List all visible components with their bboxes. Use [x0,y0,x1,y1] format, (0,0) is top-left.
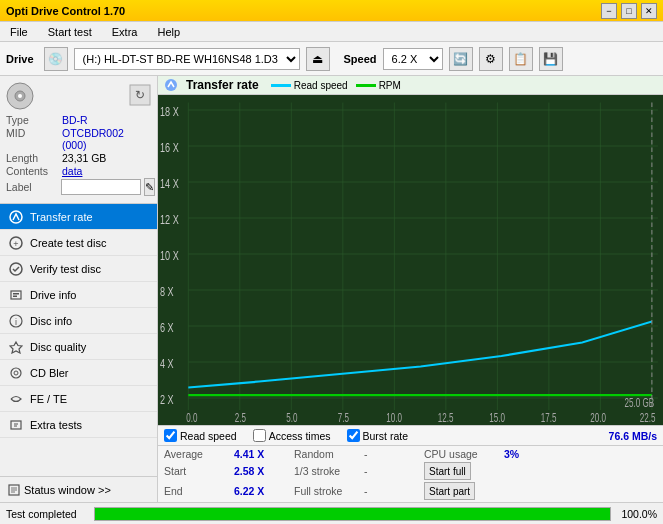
disc-header: ↻ [6,82,151,110]
nav-disc-info[interactable]: i Disc info [0,308,157,334]
svg-text:4 X: 4 X [160,356,174,370]
svg-rect-10 [13,293,19,295]
legend-read-color [271,84,291,87]
titlebar-controls: − □ ✕ [601,3,657,19]
refresh-disc-icon[interactable]: ↻ [129,84,151,106]
extra-tests-icon [8,417,24,433]
drive-label: Drive [6,53,34,65]
save-button[interactable]: 💾 [539,47,563,71]
svg-text:17.5: 17.5 [541,411,557,424]
start-part-button[interactable]: Start part [424,482,475,500]
full-stroke-label: Full stroke [294,485,364,497]
drive-select[interactable]: (H:) HL-DT-ST BD-RE WH16NS48 1.D3 [74,48,300,70]
start-value: 2.58 X [234,465,294,477]
close-button[interactable]: ✕ [641,3,657,19]
disc-label-row: Label ✎ [6,178,151,196]
menu-extra[interactable]: Extra [106,24,144,40]
svg-text:12 X: 12 X [160,212,179,226]
cpu-value: 3% [504,448,519,460]
svg-text:i: i [15,317,17,327]
nav-extra-tests[interactable]: Extra tests [0,412,157,438]
disc-properties: Type BD-R MID OTCBDR002 (000) Length 23,… [6,114,151,196]
verify-test-disc-icon [8,261,24,277]
progress-bar-fill [95,508,610,520]
nav-create-test-disc[interactable]: + Create test disc [0,230,157,256]
mid-key: MID [6,127,58,139]
svg-text:8 X: 8 X [160,284,174,298]
cpu-label: CPU usage [424,448,504,460]
mid-value: OTCBDR002 (000) [62,127,151,151]
sidebar: ↻ Type BD-R MID OTCBDR002 (000) Length 2… [0,76,158,502]
burst-rate-checkbox-label: Burst rate [363,430,409,442]
svg-text:0.0: 0.0 [186,411,197,424]
nav-transfer-rate[interactable]: Transfer rate [0,204,157,230]
menu-help[interactable]: Help [151,24,186,40]
progress-percent: 100.0% [619,508,657,520]
disc-icon [6,82,34,110]
status-window-button[interactable]: Status window >> [0,476,157,502]
svg-text:↻: ↻ [135,88,145,102]
chart-header: Transfer rate Read speed RPM [158,76,663,95]
svg-text:22.5: 22.5 [640,411,656,424]
svg-text:+: + [13,239,18,249]
random-label: Random [294,448,364,460]
start-full-button[interactable]: Start full [424,462,471,480]
maximize-button[interactable]: □ [621,3,637,19]
type-value: BD-R [62,114,88,126]
burst-rate-checkbox-item[interactable]: Burst rate [347,429,409,442]
svg-text:2 X: 2 X [160,392,174,406]
legend-read-label: Read speed [294,80,348,91]
end-value: 6.22 X [234,485,294,497]
nav-drive-info[interactable]: Drive info [0,282,157,308]
svg-text:7.5: 7.5 [338,411,349,424]
svg-text:12.5: 12.5 [438,411,454,424]
minimize-button[interactable]: − [601,3,617,19]
status-text: Test completed [6,508,86,520]
svg-text:6 X: 6 X [160,320,174,334]
cd-bler-icon [8,365,24,381]
eject-button[interactable]: ⏏ [306,47,330,71]
copy-button[interactable]: 📋 [509,47,533,71]
label-input[interactable] [61,179,141,195]
stroke13-label: 1/3 stroke [294,465,364,477]
read-speed-checkbox-item[interactable]: Read speed [164,429,237,442]
access-times-checkbox[interactable] [253,429,266,442]
progress-bar [94,507,611,521]
disc-contents-row: Contents data [6,165,151,177]
drive-icon-btn[interactable]: 💿 [44,47,68,71]
chart-title: Transfer rate [186,78,259,92]
svg-point-2 [18,94,22,98]
nav-disc-quality[interactable]: Disc quality [0,334,157,360]
start-label: Start [164,465,234,477]
access-times-checkbox-label: Access times [269,430,331,442]
menu-file[interactable]: File [4,24,34,40]
menubar: File Start test Extra Help [0,22,663,42]
speed-select[interactable]: 6.2 X [383,48,443,70]
nav-cd-bler-label: CD Bler [30,367,69,379]
access-times-checkbox-item[interactable]: Access times [253,429,331,442]
settings-button[interactable]: ⚙ [479,47,503,71]
label-edit-button[interactable]: ✎ [144,178,155,196]
stats-row-3: End 6.22 X Full stroke - Start part [164,482,657,500]
random-value: - [364,448,424,460]
speed-label: Speed [344,53,377,65]
nav-verify-test-disc[interactable]: Verify test disc [0,256,157,282]
nav-cd-bler[interactable]: CD Bler [0,360,157,386]
chart-container: 18 X 16 X 14 X 12 X 10 X 8 X 6 X 4 X 2 X [158,95,663,425]
legend-rpm-color [356,84,376,87]
svg-rect-9 [11,291,21,299]
titlebar-title: Opti Drive Control 1.70 [6,5,125,17]
read-speed-checkbox[interactable] [164,429,177,442]
disc-info-icon: i [8,313,24,329]
nav-fe-te-label: FE / TE [30,393,67,405]
contents-value[interactable]: data [62,165,82,177]
read-speed-checkbox-label: Read speed [180,430,237,442]
type-key: Type [6,114,58,126]
refresh-button[interactable]: 🔄 [449,47,473,71]
menu-start-test[interactable]: Start test [42,24,98,40]
nav-disc-quality-label: Disc quality [30,341,86,353]
nav-fe-te[interactable]: FE / TE [0,386,157,412]
status-window-icon [8,484,20,496]
nav-create-test-disc-label: Create test disc [30,237,106,249]
burst-rate-checkbox[interactable] [347,429,360,442]
